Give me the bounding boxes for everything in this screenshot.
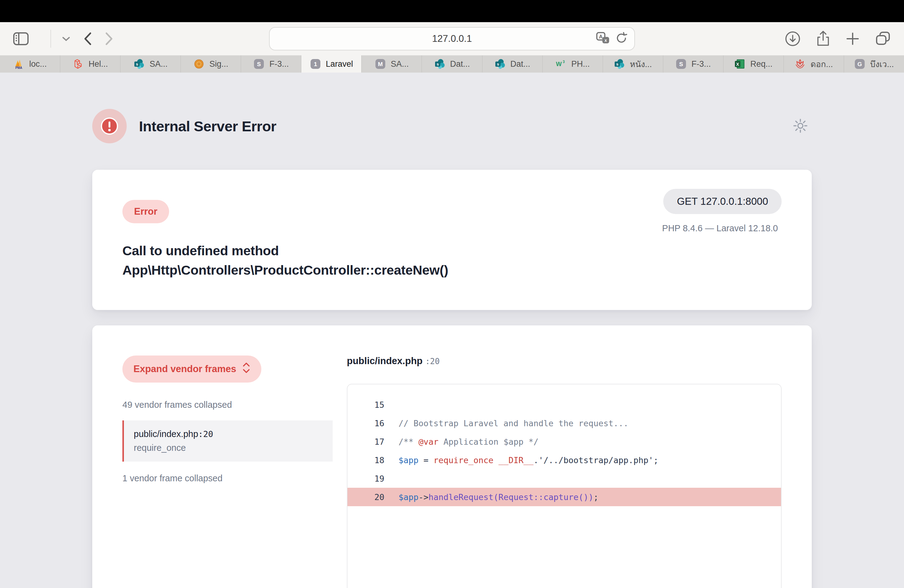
svg-text:S: S bbox=[257, 61, 261, 67]
browser-tab[interactable]: MSA... bbox=[362, 55, 422, 73]
code-text: /** @var Application $app */ bbox=[398, 437, 538, 447]
sharepoint-favicon-icon: s bbox=[434, 58, 445, 70]
w3-favicon-icon: W3 bbox=[555, 58, 566, 70]
browser-tab[interactable]: ดอก... bbox=[784, 55, 844, 73]
browser-tab[interactable]: sDat... bbox=[482, 55, 543, 73]
share-icon[interactable] bbox=[816, 30, 830, 47]
browser-tab[interactable]: W3PH... bbox=[543, 55, 603, 73]
tab-label: SA... bbox=[391, 59, 409, 69]
browser-tab[interactable]: sหนัง... bbox=[603, 55, 663, 73]
tab-label: บึงเว... bbox=[870, 57, 894, 71]
tab-label: PH... bbox=[571, 59, 590, 69]
sidebar-chevron-down-icon[interactable] bbox=[62, 36, 70, 41]
sharepoint-favicon-icon: s bbox=[133, 58, 144, 70]
theme-toggle-sun-icon[interactable] bbox=[793, 118, 808, 135]
new-tab-icon[interactable] bbox=[846, 32, 860, 46]
browser-tab[interactable]: Hel... bbox=[60, 55, 120, 73]
lotus-favicon-icon bbox=[795, 58, 806, 70]
error-message-line2: App\Http\Controllers\ProductController::… bbox=[122, 261, 782, 280]
line-number: 17 bbox=[348, 437, 384, 447]
tab-label: Hel... bbox=[89, 59, 108, 69]
tab-label: ดอก... bbox=[811, 57, 833, 71]
laravel-favicon-icon bbox=[73, 58, 84, 70]
error-summary-card: Error Call to undefined method App\Http\… bbox=[92, 170, 812, 310]
svg-text:s: s bbox=[437, 62, 439, 66]
browser-toolbar: 127.0.0.1 A x bbox=[0, 22, 904, 55]
browser-tab[interactable]: sSA... bbox=[120, 55, 181, 73]
page-header: Internal Server Error bbox=[92, 109, 812, 143]
badge-S-favicon-icon: S bbox=[253, 58, 264, 70]
tab-label: Dat... bbox=[510, 59, 530, 69]
badge-M-favicon-icon: M bbox=[375, 58, 386, 70]
sidebar-toggle-icon[interactable] bbox=[13, 32, 29, 46]
url-bar[interactable]: 127.0.0.1 A x bbox=[269, 27, 635, 51]
expand-chevrons-icon bbox=[242, 362, 250, 376]
browser-tab[interactable]: PMAloc... bbox=[0, 55, 60, 73]
tab-label: loc... bbox=[29, 59, 47, 69]
svg-text:s: s bbox=[616, 62, 618, 66]
svg-text:PMA: PMA bbox=[15, 66, 22, 70]
version-info: PHP 8.4.6 — Laravel 12.18.0 bbox=[662, 223, 782, 234]
browser-tab[interactable]: SF-3... bbox=[241, 55, 301, 73]
sharepoint-favicon-icon: s bbox=[614, 58, 625, 70]
error-message-line1: Call to undefined method bbox=[122, 241, 782, 261]
code-line: 18$app = require_once __DIR__.'/../boots… bbox=[348, 451, 781, 469]
svg-text:s: s bbox=[136, 62, 138, 66]
browser-tab[interactable]: SF-3... bbox=[663, 55, 724, 73]
page-title: Internal Server Error bbox=[139, 118, 277, 135]
browser-tab[interactable]: sDat... bbox=[422, 55, 482, 73]
code-line: 19 bbox=[348, 469, 781, 488]
svg-text:A: A bbox=[599, 34, 603, 40]
browser-tab[interactable]: 1Laravel bbox=[301, 55, 362, 73]
badge-S-favicon-icon: S bbox=[676, 58, 687, 70]
tab-label: หนัง... bbox=[630, 57, 652, 71]
badge-G-favicon-icon: G bbox=[854, 58, 865, 70]
line-number: 15 bbox=[348, 400, 384, 409]
request-pill: GET 127.0.0.1:8000 bbox=[663, 189, 782, 214]
line-number: 18 bbox=[348, 455, 384, 465]
browser-tab[interactable]: Sig... bbox=[181, 55, 241, 73]
code-line: 15 bbox=[348, 395, 781, 414]
excel-favicon-icon: X bbox=[734, 58, 745, 70]
tab-label: Req... bbox=[750, 59, 773, 69]
code-block: 1516// Bootstrap Laravel and handle the … bbox=[348, 395, 781, 506]
tab-overview-icon[interactable] bbox=[875, 31, 891, 46]
error-circle-icon bbox=[92, 109, 127, 143]
browser-tab[interactable]: XReq... bbox=[724, 55, 784, 73]
line-number: 19 bbox=[348, 474, 384, 484]
svg-text:M: M bbox=[378, 61, 383, 67]
code-header-line: :20 bbox=[425, 357, 440, 366]
error-message: Call to undefined method App\Http\Contro… bbox=[122, 241, 782, 280]
tab-label: Laravel bbox=[326, 59, 353, 69]
browser-tab[interactable]: Gบึงเว... bbox=[844, 55, 904, 73]
code-line: 16// Bootstrap Laravel and handle the re… bbox=[348, 414, 781, 432]
code-text: $app->handleRequest(Request::capture()); bbox=[398, 492, 598, 502]
tab-label: SA... bbox=[149, 59, 168, 69]
toolbar-divider bbox=[51, 30, 51, 47]
collapsed-frames-top: 49 vendor frames collapsed bbox=[122, 400, 333, 410]
svg-text:1: 1 bbox=[314, 61, 317, 67]
orange-favicon-icon bbox=[193, 58, 204, 70]
stack-frame-item[interactable]: public/index.php:20 require_once bbox=[122, 420, 333, 462]
translate-icon[interactable]: A x bbox=[596, 32, 610, 46]
line-number: 20 bbox=[348, 492, 384, 502]
code-panel: 1516// Bootstrap Laravel and handle the … bbox=[347, 384, 782, 588]
badge-1-favicon-icon: 1 bbox=[310, 58, 321, 70]
svg-text:W: W bbox=[556, 60, 562, 67]
code-column: public/index.php :20 1516// Bootstrap La… bbox=[347, 356, 782, 588]
sharepoint-favicon-icon: s bbox=[495, 58, 506, 70]
code-text: // Bootstrap Laravel and handle the requ… bbox=[398, 419, 629, 428]
frame-method: require_once bbox=[134, 443, 323, 453]
svg-text:G: G bbox=[857, 61, 862, 67]
code-header-file: public/index.php bbox=[347, 356, 422, 366]
expand-vendor-frames-label: Expand vendor frames bbox=[133, 364, 236, 375]
reload-icon[interactable] bbox=[615, 32, 627, 46]
macos-menubar bbox=[0, 0, 904, 22]
forward-button-icon[interactable] bbox=[105, 32, 113, 46]
pma-favicon-icon: PMA bbox=[13, 58, 24, 70]
expand-vendor-frames-button[interactable]: Expand vendor frames bbox=[122, 356, 261, 383]
downloads-icon[interactable] bbox=[785, 31, 801, 47]
code-line: 17/** @var Application $app */ bbox=[348, 432, 781, 451]
back-button-icon[interactable] bbox=[84, 32, 92, 46]
stack-trace-card: Expand vendor frames 49 vendor frames co… bbox=[92, 326, 812, 588]
